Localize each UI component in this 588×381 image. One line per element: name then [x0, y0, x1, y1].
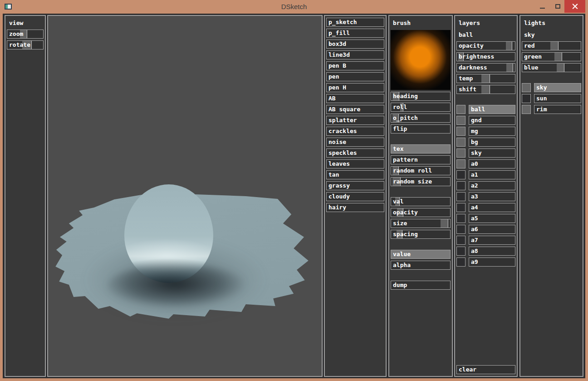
light-visibility-toggle-rim[interactable] — [522, 105, 531, 114]
light-item-sky[interactable]: sky — [534, 83, 581, 92]
roll-slider[interactable]: roll — [391, 103, 451, 112]
random-roll-slider[interactable]: random roll — [391, 166, 451, 175]
layer-item-sky[interactable]: sky — [469, 148, 515, 158]
close-button[interactable] — [564, 0, 585, 13]
opacity-slider-handle[interactable] — [506, 42, 512, 50]
layer-visibility-toggle-a2[interactable] — [456, 181, 466, 190]
layer-item-a5[interactable]: a5 — [469, 214, 515, 223]
green-slider-handle[interactable] — [554, 53, 562, 61]
layer-visibility-toggle-a5[interactable] — [456, 214, 466, 223]
clear-button[interactable]: clear — [456, 365, 515, 374]
val-slider[interactable]: val — [391, 197, 451, 206]
hairy-button[interactable]: hairy — [326, 203, 384, 212]
blue-slider[interactable]: blue — [522, 63, 581, 72]
rotate-slider[interactable]: rotate — [7, 40, 44, 49]
maximize-button[interactable] — [551, 0, 564, 13]
layer-visibility-toggle-a6[interactable] — [456, 225, 466, 234]
ab-square-button[interactable]: AB square — [326, 105, 384, 114]
splatter-button[interactable]: splatter — [326, 116, 384, 125]
blue-slider-handle[interactable] — [557, 64, 564, 72]
layer-item-a6[interactable]: a6 — [469, 225, 515, 234]
layers-panel: layers ball opacitybrightnessdarknesstem… — [454, 15, 518, 377]
light-visibility-toggle-sky[interactable] — [522, 83, 531, 92]
opacity-slider[interactable]: opacity — [456, 41, 515, 50]
darkness-slider[interactable]: darkness — [456, 63, 515, 72]
ab-button[interactable]: AB — [326, 94, 384, 103]
layer-visibility-toggle-ball[interactable] — [456, 105, 466, 114]
layer-item-gnd[interactable]: gnd — [469, 116, 515, 125]
p-fill-button[interactable]: p_fill — [326, 29, 384, 38]
box3d-button[interactable]: box3d — [326, 40, 384, 49]
value-button[interactable]: value — [391, 250, 451, 259]
line3d-button[interactable]: line3d — [326, 50, 384, 59]
pen-button[interactable]: pen — [326, 72, 384, 81]
opacity-slider[interactable]: opacity — [391, 208, 451, 217]
flip-button[interactable]: flip — [391, 124, 451, 134]
shift-slider[interactable]: shift — [456, 85, 515, 94]
layer-item-mg[interactable]: mg — [469, 127, 515, 136]
leaves-button[interactable]: leaves — [326, 159, 384, 168]
random-size-slider[interactable]: random size — [391, 177, 451, 186]
light-item-sun[interactable]: sun — [534, 94, 581, 103]
view-panel-title: view — [9, 19, 42, 28]
p-sketch-button[interactable]: p_sketch — [326, 18, 384, 27]
dump-button[interactable]: dump — [391, 281, 451, 290]
layer-visibility-toggle-mg[interactable] — [456, 127, 466, 136]
light-visibility-toggle-sun[interactable] — [522, 94, 531, 103]
layer-item-bg[interactable]: bg — [469, 138, 515, 147]
grassy-button[interactable]: grassy — [326, 181, 384, 190]
light-item-rim[interactable]: rim — [534, 105, 581, 114]
spacing-label: spacing — [391, 231, 418, 238]
size-slider[interactable]: size — [391, 219, 451, 228]
noise-button[interactable]: noise — [326, 138, 384, 147]
layer-item-a2[interactable]: a2 — [469, 181, 515, 190]
layer-visibility-toggle-a3[interactable] — [456, 192, 466, 201]
brightness-slider[interactable]: brightness — [456, 52, 515, 61]
red-slider[interactable]: red — [522, 41, 581, 50]
tan-button[interactable]: tan — [326, 170, 384, 179]
green-slider[interactable]: green — [522, 52, 581, 61]
red-slider-handle[interactable] — [550, 42, 559, 50]
pattern-button[interactable]: pattern — [391, 155, 451, 164]
zoom-slider[interactable]: zoom — [7, 30, 44, 39]
layer-visibility-toggle-a8[interactable] — [456, 247, 466, 256]
shift-slider-handle[interactable] — [481, 85, 490, 94]
heading-slider[interactable]: heading — [391, 92, 451, 101]
layer-item-a1[interactable]: a1 — [469, 170, 515, 179]
tex-button[interactable]: tex — [391, 144, 451, 153]
layer-item-ball[interactable]: ball — [469, 105, 515, 114]
temp-slider[interactable]: temp — [456, 74, 515, 83]
layer-item-a3[interactable]: a3 — [469, 192, 515, 201]
layer-visibility-toggle-a9[interactable] — [456, 257, 466, 267]
light-row-rim: rim — [522, 105, 581, 114]
crackles-button[interactable]: crackles — [326, 127, 384, 136]
layer-item-a4[interactable]: a4 — [469, 203, 515, 212]
layer-visibility-toggle-a7[interactable] — [456, 236, 466, 245]
darkness-slider-handle[interactable] — [506, 64, 513, 72]
layer-visibility-toggle-a1[interactable] — [456, 170, 466, 179]
temp-slider-handle[interactable] — [481, 74, 490, 83]
cloudy-button[interactable]: cloudy — [326, 192, 384, 201]
layer-item-a8[interactable]: a8 — [469, 247, 515, 256]
speckles-button[interactable]: speckles — [326, 148, 384, 158]
o-pitch-slider[interactable]: o_pitch — [391, 114, 451, 123]
layer-item-a0[interactable]: a0 — [469, 159, 515, 168]
layer-visibility-toggle-a4[interactable] — [456, 203, 466, 212]
layer-row-a6: a6 — [456, 225, 515, 234]
ab-square-label: AB square — [327, 106, 360, 113]
pen-b-button[interactable]: pen B — [326, 61, 384, 70]
layer-visibility-toggle-a0[interactable] — [456, 159, 466, 168]
layer-item-a9[interactable]: a9 — [469, 257, 515, 267]
canvas-viewport[interactable] — [47, 15, 323, 377]
minimize-button[interactable] — [535, 0, 549, 13]
alpha-button[interactable]: alpha — [391, 261, 451, 270]
spacing-slider[interactable]: spacing — [391, 230, 451, 239]
layer-item-a7[interactable]: a7 — [469, 236, 515, 245]
layer-visibility-toggle-gnd[interactable] — [456, 116, 466, 125]
pen-h-button[interactable]: pen H — [326, 83, 384, 92]
layer-visibility-toggle-bg[interactable] — [456, 138, 466, 147]
layer-visibility-toggle-sky[interactable] — [456, 148, 466, 158]
size-slider-handle[interactable] — [441, 219, 448, 228]
value-label: value — [391, 251, 411, 257]
layer-row-a9: a9 — [456, 257, 515, 267]
